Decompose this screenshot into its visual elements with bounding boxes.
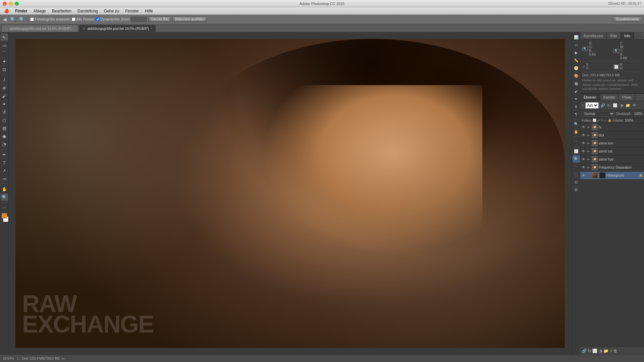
layer-expand-samelum[interactable]: ▶: [587, 141, 591, 145]
all-windows-check[interactable]: [72, 17, 75, 21]
blur-tool[interactable]: ◉: [1, 132, 8, 140]
mid-tool-3dots[interactable]: ⋯: [573, 163, 580, 170]
layer-item-fs[interactable]: 👁 ▶ 📁 fs: [580, 123, 644, 131]
mid-tool-frame[interactable]: ⬛: [573, 171, 580, 178]
mid-tool-play[interactable]: ▶: [573, 49, 580, 56]
mid-tool-panel[interactable]: ⬜: [573, 147, 580, 155]
layer-expand-samesat[interactable]: ▶: [587, 149, 591, 153]
mid-tool-para[interactable]: ¶: [573, 111, 580, 118]
close-button[interactable]: [3, 2, 7, 6]
layer-vis-samehue[interactable]: 👁: [582, 157, 586, 161]
layer-mask-btn[interactable]: ⬜: [612, 103, 618, 108]
layer-vis-freqsep[interactable]: 👁: [582, 165, 586, 169]
maximize-button[interactable]: [15, 2, 19, 6]
layer-vis-blur[interactable]: 👁: [582, 133, 586, 137]
tab-1[interactable]: ✕ abbildungsgröße.psd bei 19,5% (RGB/8*)…: [79, 25, 156, 32]
blend-mode-select[interactable]: Normal: [582, 111, 615, 117]
layer-new-btn[interactable]: +: [610, 349, 612, 353]
path-select-tool[interactable]: ↗: [1, 167, 8, 174]
lock-artboard[interactable]: ▭: [604, 119, 607, 122]
layer-item-samelum[interactable]: 👁 ▶ 📁 same lum: [580, 139, 644, 147]
grundelemente-btn[interactable]: Grundelemente: [613, 16, 642, 22]
layer-adj-btn[interactable]: ◑: [619, 103, 624, 108]
layer-type-select[interactable]: Art: [585, 102, 599, 109]
tab-korrekturen[interactable]: Korrekturen: [580, 32, 606, 39]
heal-tool[interactable]: ⊕: [1, 84, 8, 92]
dodge-tool[interactable]: ◔: [1, 140, 8, 148]
lock-paint[interactable]: 🖌: [597, 119, 600, 122]
layer-item-blur[interactable]: 👁 ▶ 📁 blur: [580, 131, 644, 139]
layer-style-btn[interactable]: fx: [607, 103, 611, 108]
status-arrow[interactable]: ▶: [62, 357, 65, 360]
quick-select-tool[interactable]: ✦: [1, 58, 8, 65]
menu-darstellung[interactable]: Darstellung: [75, 8, 101, 14]
mid-tool-pen[interactable]: ✒: [573, 95, 580, 103]
eyedropper-tool[interactable]: 𝒊: [1, 76, 8, 83]
brush-tool[interactable]: 🖌: [1, 92, 8, 100]
menu-gehe-zu[interactable]: Gehe zu: [101, 8, 122, 14]
fit-image-btn[interactable]: Ganzes Bild: [148, 16, 171, 22]
layer-item-freqsep[interactable]: 👁 ▶ 📁 Frequency Separation: [580, 164, 644, 172]
layer-item-samehue[interactable]: 👁 ▶ 📁 same hue: [580, 156, 644, 164]
lock-move[interactable]: ✛: [601, 119, 603, 122]
move-tool[interactable]: ↖: [1, 34, 8, 41]
tab-0-close[interactable]: ✕: [5, 27, 8, 31]
select-rect-tool[interactable]: ▭: [1, 42, 8, 49]
layer-vis-hintergrund[interactable]: 👁: [582, 173, 586, 177]
layer-expand-freqsep[interactable]: ▶: [587, 166, 591, 169]
tab-info[interactable]: Info: [621, 32, 634, 39]
layer-item-hintergrund[interactable]: 👁 Hintergrund 🔒: [580, 172, 644, 180]
mid-tool-collapse[interactable]: ⊟: [573, 186, 580, 193]
dynamic-zoom-check[interactable]: [96, 17, 100, 21]
fill-screen-btn[interactable]: Bildschirm ausfüllen: [172, 16, 207, 22]
shape-tool[interactable]: ▭: [1, 175, 8, 182]
gradient-tool[interactable]: ▤: [1, 124, 8, 132]
menu-finder[interactable]: Finder: [12, 8, 30, 14]
stamp-tool[interactable]: ✦: [1, 100, 8, 108]
mid-tool-brush-preset[interactable]: 🖌: [573, 87, 580, 95]
tab-stile[interactable]: Stile: [606, 32, 621, 39]
lasso-tool[interactable]: ⌒: [1, 50, 8, 57]
pen-tool[interactable]: ✒: [1, 151, 8, 158]
layer-expand-fs[interactable]: ▶: [587, 125, 591, 129]
extra-tool-1[interactable]: ⋯: [1, 204, 8, 211]
eraser-tool[interactable]: ◻: [1, 116, 8, 124]
type-tool[interactable]: T: [1, 159, 8, 166]
tab-0[interactable]: ✕ abbildungsgröße.psd bei 19,5% (RGB/8*)…: [1, 25, 78, 32]
info-panel-menu[interactable]: ≡: [642, 32, 644, 39]
tab-1-close[interactable]: ✕: [83, 27, 85, 31]
layer-delete-btn[interactable]: 🗑: [613, 349, 618, 353]
layer-expand-samehue[interactable]: ▶: [587, 158, 591, 161]
layer-vis-samesat[interactable]: 👁: [582, 149, 586, 153]
layers-panel-menu[interactable]: ≡: [640, 94, 644, 101]
mid-tool-swatches[interactable]: ▦: [573, 80, 580, 87]
menu-bearbeiten[interactable]: Bearbeiten: [49, 8, 74, 14]
layer-link-btn[interactable]: 🔗: [600, 103, 606, 108]
layer-vis-fs[interactable]: 👁: [582, 125, 586, 129]
history-tool[interactable]: ↺: [1, 108, 8, 116]
canvas-area[interactable]: RAW EXCHANGE: [9, 32, 572, 355]
mid-tool-histogram[interactable]: 📊: [573, 34, 580, 41]
menu-apple[interactable]: 🍎: [1, 8, 12, 14]
tab-pfade[interactable]: Pfade: [619, 94, 635, 101]
mid-tool-magnify[interactable]: 🔍: [573, 155, 580, 163]
mid-tool-zoom-mag[interactable]: 🔍: [573, 120, 580, 128]
mid-tool-measure[interactable]: 📏: [573, 57, 580, 64]
zoom-tool[interactable]: 🔍: [1, 193, 8, 201]
mid-tool-select[interactable]: ▭: [573, 41, 580, 49]
menu-ablage[interactable]: Ablage: [31, 8, 49, 14]
fit-window-check[interactable]: [30, 17, 34, 21]
layer-folder-btn[interactable]: 📁: [603, 349, 608, 353]
layer-toggle-btn[interactable]: 👁: [632, 103, 637, 108]
menu-hilfe[interactable]: Hilfe: [142, 8, 156, 14]
canvas-image[interactable]: RAW EXCHANGE: [15, 39, 565, 348]
crop-tool[interactable]: ⊡: [1, 66, 8, 73]
minimize-button[interactable]: [9, 2, 13, 6]
layer-mask-ctrl-btn[interactable]: ⬜: [592, 349, 597, 353]
mid-tool-extra[interactable]: ⋯: [573, 138, 580, 145]
layer-fx-btn[interactable]: fx: [588, 349, 591, 353]
lock-all[interactable]: 🔒: [608, 119, 611, 122]
layer-item-samesat[interactable]: 👁 ▶ 📁 same sat: [580, 147, 644, 156]
zoom-out-btn[interactable]: 🔍: [9, 16, 17, 22]
window-controls[interactable]: [3, 2, 19, 6]
